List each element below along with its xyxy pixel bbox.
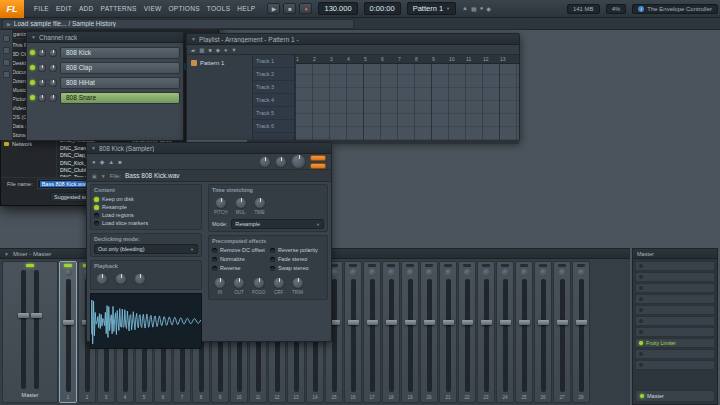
channel-volume-knob[interactable] xyxy=(49,64,57,72)
channel-rack-titlebar[interactable]: ▼ Channel rack xyxy=(27,32,183,43)
strip-pan-knob[interactable] xyxy=(521,269,528,276)
track-header[interactable]: Track 3 xyxy=(253,81,294,94)
strip-volume-fader[interactable] xyxy=(579,279,584,392)
strip-mute-led[interactable] xyxy=(501,264,509,267)
window-menu-icon[interactable]: ▼ xyxy=(91,145,96,151)
track-header[interactable]: Track 5 xyxy=(253,107,294,120)
play-button[interactable]: ▶ xyxy=(267,3,280,14)
fx-slot[interactable] xyxy=(635,272,715,282)
declicking-mode-dropdown[interactable]: Out only (bleeding) ▼ xyxy=(94,244,198,254)
fx-slot-enable-led[interactable] xyxy=(639,330,643,334)
playlist-timeline[interactable]: 12345678910111213 xyxy=(295,55,519,64)
strip-mute-led[interactable] xyxy=(463,264,471,267)
fx-slot[interactable] xyxy=(635,294,715,304)
precomputed-option[interactable]: Reverse xyxy=(212,264,266,272)
mixer-toggle-icon[interactable] xyxy=(3,71,10,78)
precomputed-knob[interactable] xyxy=(233,277,245,289)
mixer-master-strip[interactable]: Master xyxy=(2,261,58,403)
menu-item[interactable]: FILE xyxy=(34,5,49,12)
playlist-titlebar[interactable]: ▼ Playlist - Arrangement - Pattern 1 - xyxy=(187,34,519,45)
channel-volume-knob[interactable] xyxy=(275,156,287,168)
content-option[interactable]: Resample xyxy=(94,203,198,211)
channel-volume-knob[interactable] xyxy=(49,94,57,102)
stretch-knob[interactable] xyxy=(235,197,247,209)
channel-enable-led[interactable] xyxy=(30,95,35,100)
strip-volume-fader[interactable] xyxy=(351,279,356,392)
wait-for-input-icon[interactable]: ● xyxy=(480,5,484,12)
mixer-insert-strip[interactable]: 22 xyxy=(458,261,476,403)
strip-pan-knob[interactable] xyxy=(388,269,395,276)
fx-slot-enable-led[interactable] xyxy=(639,275,643,279)
option-led[interactable] xyxy=(94,221,99,226)
stop-button[interactable]: ■ xyxy=(283,3,296,14)
fx-slot-enable-led[interactable] xyxy=(639,352,643,356)
folder-open-icon[interactable]: ▣ xyxy=(92,173,97,179)
mixer-insert-strip[interactable]: 16 xyxy=(344,261,362,403)
channel-row[interactable]: 808 HiHat xyxy=(30,76,180,89)
channel-enable-led[interactable] xyxy=(30,65,35,70)
precomputed-option[interactable]: Remove DC offset xyxy=(212,246,266,254)
strip-mute-led[interactable] xyxy=(558,264,566,267)
mixer-insert-strip[interactable]: 17 xyxy=(363,261,381,403)
strip-pan-knob[interactable] xyxy=(464,269,471,276)
option-led[interactable] xyxy=(94,197,99,202)
playback-speed-knob[interactable] xyxy=(134,273,146,285)
stretch-knob[interactable] xyxy=(215,197,227,209)
fx-slot[interactable] xyxy=(635,261,715,271)
option-led[interactable] xyxy=(94,205,99,210)
menu-item[interactable]: PATTERNS xyxy=(101,5,137,12)
strip-pan-knob[interactable] xyxy=(407,269,414,276)
keep-focus-button[interactable] xyxy=(310,163,326,169)
strip-mute-led[interactable] xyxy=(406,264,414,267)
paint-tool-icon[interactable]: ▦ xyxy=(199,47,204,53)
tab-misc-icon[interactable]: ▲ xyxy=(108,159,114,165)
tab-func-icon[interactable]: ■ xyxy=(118,159,122,165)
tab-sample-icon[interactable]: ● xyxy=(92,159,96,165)
window-menu-icon[interactable]: ▼ xyxy=(191,36,196,42)
strip-volume-fader[interactable] xyxy=(560,279,565,392)
strip-volume-fader[interactable] xyxy=(541,279,546,392)
menu-item[interactable]: HELP xyxy=(237,5,255,12)
draw-tool-icon[interactable]: ▰ xyxy=(191,47,195,53)
strip-volume-fader[interactable] xyxy=(503,279,508,392)
option-led[interactable] xyxy=(212,248,217,253)
strip-pan-knob[interactable] xyxy=(369,269,376,276)
fx-slot-enable-led[interactable] xyxy=(639,286,643,290)
overdub-icon[interactable]: ◆ xyxy=(486,5,491,12)
strip-mute-led[interactable] xyxy=(539,264,547,267)
track-header[interactable]: Track 1 xyxy=(253,55,294,68)
strip-volume-fader[interactable] xyxy=(522,279,527,392)
snap-selector-icon[interactable]: ▼ xyxy=(231,47,236,53)
fx-slot-enable-led[interactable] xyxy=(639,341,643,345)
strip-volume-fader[interactable] xyxy=(332,279,337,392)
option-led[interactable] xyxy=(94,213,99,218)
master-fader-right[interactable] xyxy=(34,270,39,389)
master-fader-left[interactable] xyxy=(21,270,26,389)
strip-mute-led[interactable] xyxy=(387,264,395,267)
smart-disable-button[interactable] xyxy=(310,155,326,161)
track-header[interactable]: Track 4 xyxy=(253,94,294,107)
channel-row[interactable]: 808 Kick xyxy=(30,46,180,59)
picker-pattern-item[interactable]: Pattern 1 xyxy=(189,58,250,68)
channel-pan-knob[interactable] xyxy=(38,79,46,87)
strip-volume-fader[interactable] xyxy=(427,279,432,392)
metronome-icon[interactable]: ▲ xyxy=(462,5,468,12)
content-option[interactable]: Keep on disk xyxy=(94,195,198,203)
fl-logo[interactable]: FL xyxy=(0,0,24,18)
content-option[interactable]: Load regions xyxy=(94,211,198,219)
rack-header[interactable]: Master xyxy=(633,249,717,259)
channel-enable-led[interactable] xyxy=(30,80,35,85)
sampler-titlebar[interactable]: ▼ 808 Kick (Sampler) xyxy=(87,143,331,154)
channel-button[interactable]: 808 Snare xyxy=(60,92,180,104)
strip-volume-fader[interactable] xyxy=(370,279,375,392)
sample-waveform-preview[interactable] xyxy=(90,293,202,349)
channel-pan-knob[interactable] xyxy=(259,156,271,168)
strip-pan-knob[interactable] xyxy=(350,269,357,276)
precomputed-option[interactable]: Normalize xyxy=(212,255,266,263)
reload-sample-icon[interactable]: ▼ xyxy=(101,173,106,179)
tempo-display[interactable]: 130.000 xyxy=(318,2,357,15)
window-menu-icon[interactable]: ▼ xyxy=(31,34,36,40)
rack-output-routing[interactable]: Master xyxy=(635,390,715,402)
fx-slot-enable-led[interactable] xyxy=(639,264,643,268)
mixer-insert-strip[interactable]: 20 xyxy=(420,261,438,403)
